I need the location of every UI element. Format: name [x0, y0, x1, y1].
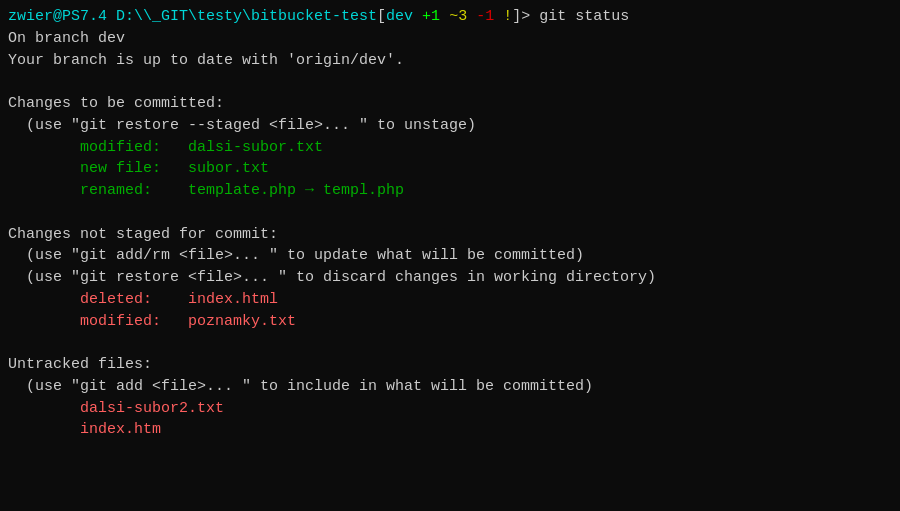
changes-committed-header: Changes to be committed:	[8, 93, 892, 115]
untracked-file-2: index.htm	[8, 419, 892, 441]
renamed-line: renamed: template.php → templ.php	[8, 180, 892, 202]
hint-restore-working: (use "git restore <file>... " to discard…	[8, 267, 892, 289]
bracket-close: ]> git status	[512, 8, 629, 25]
changes-not-staged-header: Changes not staged for commit:	[8, 224, 892, 246]
bracket-open: [	[377, 8, 386, 25]
blank-line-3	[8, 332, 892, 354]
untracked-header: Untracked files:	[8, 354, 892, 376]
username: zwier@PS7.4 D:\\_GIT\testy\bitbucket-tes…	[8, 8, 377, 25]
exclaim: !	[503, 8, 512, 25]
hint-add-rm: (use "git add/rm <file>... " to update w…	[8, 245, 892, 267]
terminal: zwier@PS7.4 D:\\_GIT\testy\bitbucket-tes…	[0, 0, 900, 511]
new-file-line: new file: subor.txt	[8, 158, 892, 180]
blank-line-1	[8, 71, 892, 93]
deleted-line: deleted: index.html	[8, 289, 892, 311]
up-to-date-line: Your branch is up to date with 'origin/d…	[8, 50, 892, 72]
plus-count: +1	[422, 8, 440, 25]
hint-restore-staged: (use "git restore --staged <file>... " t…	[8, 115, 892, 137]
modified-line-2: modified: poznamky.txt	[8, 311, 892, 333]
tilde-count: ~3	[449, 8, 467, 25]
blank-line-2	[8, 202, 892, 224]
untracked-file-1: dalsi-subor2.txt	[8, 398, 892, 420]
modified-line: modified: dalsi-subor.txt	[8, 137, 892, 159]
on-branch-line: On branch dev	[8, 28, 892, 50]
hint-add-include: (use "git add <file>... " to include in …	[8, 376, 892, 398]
prompt-line: zwier@PS7.4 D:\\_GIT\testy\bitbucket-tes…	[8, 6, 892, 28]
branch-name: dev	[386, 8, 413, 25]
minus-count: -1	[476, 8, 494, 25]
